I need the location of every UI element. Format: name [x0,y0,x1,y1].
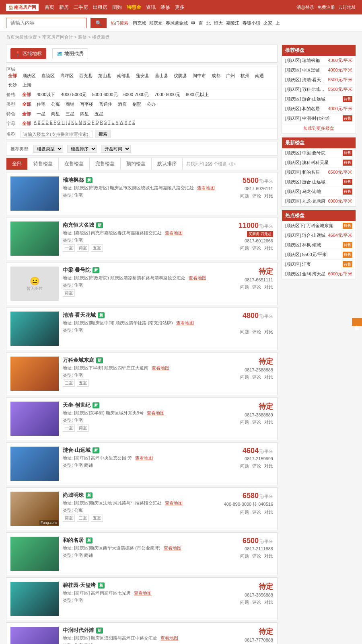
filter-letter-X[interactable]: X [125,120,128,127]
property-name-11[interactable]: 中润时代外滩 [63,627,94,634]
hot-item-1[interactable]: 顺庆元 [149,20,162,26]
prop-action-comment-10[interactable]: 评论 [252,599,261,605]
prop-action-compare-5[interactable]: 对比 [264,374,273,380]
see-map-4[interactable]: 查看地图 [176,320,194,325]
filter-letter-C[interactable]: C [41,120,44,127]
prop-action-comment-7[interactable]: 评论 [252,463,261,469]
hot-item-2[interactable]: 春风紫金城 [166,20,188,26]
prop-action-question-8[interactable]: 问题 [240,509,249,515]
filter-feature-2[interactable]: 两星 [49,111,62,117]
prop-action-comment-9[interactable]: 评论 [252,553,261,559]
prop-action-comment-8[interactable]: 评论 [252,509,261,515]
see-map-7[interactable]: 查看地图 [135,455,153,460]
prop-action-question-5[interactable]: 问题 [240,374,249,380]
prop-action-compare-7[interactable]: 对比 [264,463,273,469]
tab-pending[interactable]: 待售楼盘 [28,158,59,170]
filter-letter-K[interactable]: K [71,120,74,127]
nav-新房[interactable]: 新房 [59,4,69,11]
filter-area-guangzhou[interactable]: 广州 [224,72,237,79]
filter-letter-all[interactable]: 全部 [21,120,33,127]
recommend-type-select-2[interactable]: 开盘时间 [101,145,131,153]
hot-item-4[interactable]: 百 [199,20,203,26]
see-map-2[interactable]: 查看地图 [165,230,183,235]
filter-letter-D[interactable]: D [46,120,49,127]
see-map-3[interactable]: 查看地图 [189,275,206,280]
see-map-8[interactable]: 查看地图 [165,500,183,505]
filter-letter-I[interactable]: I [66,120,67,127]
filter-letter-S[interactable]: S [104,120,107,127]
nav-团购[interactable]: 团购 [112,4,122,11]
prop-action-comment-5[interactable]: 评论 [252,374,261,380]
filter-area-yilong[interactable]: 仪陇县 [172,72,189,79]
property-name-1[interactable]: 瑞地枫都 [63,176,84,184]
hot-item-0[interactable]: 南充城 [133,20,146,26]
search-input[interactable] [6,18,86,28]
filter-area-nantong[interactable]: 南通 [253,72,265,79]
filter-letter-B[interactable]: B [38,120,41,127]
hot-item-8[interactable]: 春暖小镇 [243,20,260,26]
filter-type-shop[interactable]: 商铺 [64,101,76,108]
prop-action-comment-6[interactable]: 评论 [252,419,261,425]
search-button[interactable]: 🔍 [90,18,107,28]
see-map-1[interactable]: 查看地图 [197,185,215,190]
filter-price-3[interactable]: 5000-6000元 [90,91,119,98]
filter-feature-3[interactable]: 三星 [64,111,76,117]
nav-出租房[interactable]: 出租房 [93,4,107,11]
filter-area-chengdu[interactable]: 成都 [210,72,222,79]
hot-item-10[interactable]: 上 [276,20,280,26]
filter-letter-Z[interactable]: Z [132,120,135,127]
filter-type-normal[interactable]: 普通住 [97,101,114,108]
filter-area-pengan[interactable]: 蓬安县 [134,72,151,79]
nav-首页[interactable]: 首页 [45,4,54,11]
prop-action-question-1[interactable]: 问题 [240,193,249,199]
filter-letter-L[interactable]: L [75,120,78,127]
filter-feature-4[interactable]: 四星 [78,111,90,117]
property-name-10[interactable]: 碧桂园·天玺湾 [63,582,96,589]
prop-action-compare-9[interactable]: 对比 [264,553,273,559]
property-name-2[interactable]: 南充恒大名城 [63,222,94,229]
filter-letter-O[interactable]: O [87,120,90,127]
filter-letter-F[interactable]: F [53,120,56,127]
filter-letter-E[interactable]: E [50,120,53,127]
name-search-button[interactable]: 搜索 [95,130,111,138]
filter-letter-V[interactable]: V [116,120,119,127]
filter-feature-all[interactable]: 全部 [21,111,33,117]
filter-area-shunqing[interactable]: 顺庆区 [21,72,37,79]
hot-item-7[interactable]: 嘉陵江 [226,20,239,26]
nav-二手房[interactable]: 二手房 [74,4,88,11]
property-name-7[interactable]: 涟合·山远城 [63,447,90,454]
see-map-11[interactable]: 查看地图 [160,636,178,640]
filter-letter-M[interactable]: M [79,120,82,127]
filter-area-nanbu[interactable]: 南部县 [115,72,132,79]
prop-action-compare-6[interactable]: 对比 [264,419,273,425]
filter-price-1[interactable]: 4000以下 [35,91,57,98]
prop-action-compare-8[interactable]: 对比 [264,509,273,515]
filter-letter-Q[interactable]: Q [96,120,99,127]
filter-area-jialing[interactable]: 嘉陵区 [40,72,56,79]
filter-type-residential[interactable]: 住宅 [35,101,47,108]
filter-area-all[interactable]: 全部 [6,72,19,79]
tab-area-landmark[interactable]: 📍 区域地标 [10,48,46,59]
prop-action-question-4[interactable]: 问题 [240,329,249,335]
sidebar-recommend-more[interactable]: 加载到更多楼盘 [282,123,356,133]
filter-letter-N[interactable]: N [83,120,86,127]
filter-feature-5[interactable]: 五星 [93,111,105,117]
hot-item-5[interactable]: 北 [206,20,211,26]
filter-price-4[interactable]: 6000-7000元 [122,91,151,98]
nav-特惠金[interactable]: 特惠金 [127,4,141,11]
filter-letter-W[interactable]: W [119,120,123,127]
property-name-8[interactable]: 尚城明珠 [63,492,84,499]
action-register[interactable]: 免费注册 [317,4,335,10]
filter-price-5[interactable]: 7000-8000元 [153,91,182,98]
tab-all[interactable]: 全部 [6,158,28,170]
filter-letter-A[interactable]: A [34,120,37,127]
prop-action-compare-4[interactable]: 对比 [264,329,273,335]
prop-action-question-10[interactable]: 问题 [240,599,249,605]
filter-area-gaoping[interactable]: 高坪区 [59,72,75,79]
filter-area-langzhong[interactable]: 阆中市 [191,72,208,79]
nav-装修[interactable]: 装修 [160,4,170,11]
filter-letter-U[interactable]: U [111,120,114,127]
property-name-4[interactable]: 清清·看天花城 [63,312,96,319]
prop-action-comment-1[interactable]: 评论 [252,193,261,199]
tab-selling[interactable]: 在售楼盘 [59,158,90,170]
